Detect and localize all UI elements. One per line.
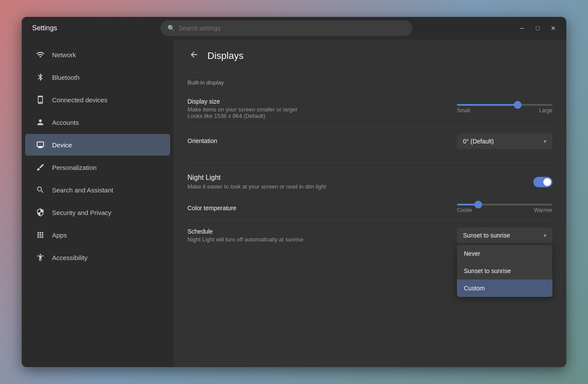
color-temp-min-label: Cooler	[457, 207, 472, 213]
schedule-option-custom[interactable]: Custom	[457, 280, 552, 297]
display-size-info: Display size Make items on your screen s…	[187, 98, 447, 119]
schedule-option-sunset[interactable]: Sunset to sunrise	[457, 262, 552, 280]
titlebar: Settings 🔍 ─ □ ✕	[22, 17, 566, 39]
schedule-info: Schedule Night Light will turn off autom…	[187, 228, 447, 243]
bluetooth-icon	[36, 72, 45, 82]
display-size-desc1: Make items on your screen smaller or lar…	[187, 106, 447, 113]
content-area: Network Bluetooth Connected devices	[22, 39, 566, 367]
sidebar-item-personalization-label: Personalization	[52, 164, 97, 171]
night-light-toggle[interactable]	[533, 177, 552, 187]
display-size-labels: Small Large	[457, 107, 552, 114]
page-title: Displays	[207, 50, 243, 62]
sidebar-item-apps[interactable]: Apps	[25, 224, 170, 246]
night-light-title: Night Light	[187, 174, 326, 182]
sidebar-item-bluetooth[interactable]: Bluetooth	[25, 66, 170, 88]
night-light-section: Night Light Make it easier to look at yo…	[174, 163, 566, 250]
sidebar-item-apps-label: Apps	[52, 231, 67, 239]
display-size-max-label: Large	[539, 107, 552, 114]
monitor-icon	[36, 140, 45, 150]
color-temp-info: Color temperature	[187, 205, 447, 213]
schedule-row: Schedule Night Light will turn off autom…	[187, 221, 552, 250]
window-title: Settings	[32, 24, 57, 32]
sidebar-item-network[interactable]: Network	[25, 44, 170, 65]
sidebar-item-accessibility-label: Accessibility	[52, 254, 88, 261]
sidebar: Network Bluetooth Connected devices	[22, 39, 174, 367]
sidebar-item-security-privacy-label: Security and Privacy	[52, 209, 112, 216]
sidebar-item-device-label: Device	[52, 141, 72, 149]
brush-icon	[36, 163, 45, 172]
color-temp-labels: Cooler Warmer	[457, 207, 552, 213]
display-size-row: Display size Make items on your screen s…	[187, 91, 552, 127]
schedule-control: Sunset to sunrise Never Custom Never Sun…	[457, 228, 552, 243]
sidebar-item-accounts[interactable]: Accounts	[25, 111, 170, 133]
maximize-button[interactable]: □	[532, 22, 544, 34]
display-size-title: Display size	[187, 98, 447, 105]
sidebar-item-network-label: Network	[52, 51, 76, 59]
search-icon: 🔍	[168, 25, 175, 32]
display-size-slider[interactable]	[457, 104, 552, 106]
accessibility-icon	[36, 253, 45, 262]
apps-icon	[36, 230, 45, 240]
settings-window: Settings 🔍 ─ □ ✕ Network	[22, 17, 566, 367]
orientation-info: Orientation	[187, 137, 447, 146]
schedule-dropdown-menu: Never Sunset to sunrise Custom	[457, 245, 552, 297]
color-temp-title: Color temperature	[187, 205, 447, 212]
orientation-control: 0° (Default) 90° 180° 270°	[457, 133, 552, 149]
schedule-option-never[interactable]: Never	[457, 245, 552, 262]
sidebar-item-connected-devices-label: Connected devices	[52, 96, 108, 104]
display-size-desc2: Looks like 1536 x 864 (Default)	[187, 113, 447, 119]
sidebar-item-bluetooth-label: Bluetooth	[52, 74, 79, 81]
person-icon	[36, 117, 45, 127]
sidebar-item-search-assistant[interactable]: Search and Assistant	[25, 179, 170, 201]
main-content: Displays Built-in display Display size M…	[174, 39, 566, 367]
orientation-row: Orientation 0° (Default) 90° 180° 270°	[187, 127, 552, 156]
sidebar-item-personalization[interactable]: Personalization	[25, 156, 170, 178]
devices-icon	[36, 95, 45, 104]
color-temp-control: Cooler Warmer	[457, 204, 552, 213]
orientation-select[interactable]: 0° (Default) 90° 180° 270°	[457, 133, 552, 149]
sidebar-item-accessibility[interactable]: Accessibility	[25, 247, 170, 268]
color-temp-slider[interactable]	[457, 204, 552, 205]
page-header: Displays	[174, 39, 566, 72]
search-assistant-icon	[36, 185, 45, 195]
minimize-button[interactable]: ─	[516, 22, 528, 34]
night-light-header: Night Light Make it easier to look at yo…	[187, 170, 552, 197]
schedule-dropdown-container: Sunset to sunrise Never Custom Never Sun…	[457, 228, 552, 243]
schedule-title: Schedule	[187, 228, 447, 235]
back-button[interactable]	[187, 48, 200, 63]
sidebar-item-search-assistant-label: Search and Assistant	[52, 186, 113, 194]
close-button[interactable]: ✕	[547, 22, 559, 34]
schedule-select[interactable]: Sunset to sunrise Never Custom	[457, 228, 552, 243]
builtin-display-section: Built-in display Display size Make items…	[174, 72, 566, 163]
shield-icon	[36, 208, 45, 217]
schedule-select-wrapper: Sunset to sunrise Never Custom	[457, 228, 552, 243]
search-input[interactable]	[178, 25, 405, 32]
sidebar-item-device[interactable]: Device	[25, 134, 170, 156]
display-size-slider-container: Small Large	[457, 104, 552, 114]
orientation-title: Orientation	[187, 137, 447, 144]
night-light-desc: Make it easier to look at your screen or…	[187, 183, 326, 190]
color-temp-slider-container: Cooler Warmer	[457, 204, 552, 213]
section-label: Built-in display	[187, 79, 552, 86]
sidebar-item-accounts-label: Accounts	[52, 119, 79, 126]
titlebar-left: Settings	[29, 24, 57, 32]
color-temp-row: Color temperature Cooler Warmer	[187, 197, 552, 221]
color-temp-max-label: Warmer	[534, 207, 552, 213]
night-light-info: Night Light Make it easier to look at yo…	[187, 174, 326, 190]
schedule-desc: Night Light will turn off automatically …	[187, 236, 447, 243]
titlebar-controls: ─ □ ✕	[516, 22, 559, 34]
sidebar-item-security-privacy[interactable]: Security and Privacy	[25, 202, 170, 223]
orientation-select-wrapper: 0° (Default) 90° 180° 270°	[457, 133, 552, 149]
display-size-min-label: Small	[457, 107, 470, 114]
sidebar-item-connected-devices[interactable]: Connected devices	[25, 89, 170, 111]
display-size-control: Small Large	[457, 104, 552, 114]
wifi-icon	[36, 50, 45, 59]
search-bar: 🔍	[161, 20, 412, 36]
